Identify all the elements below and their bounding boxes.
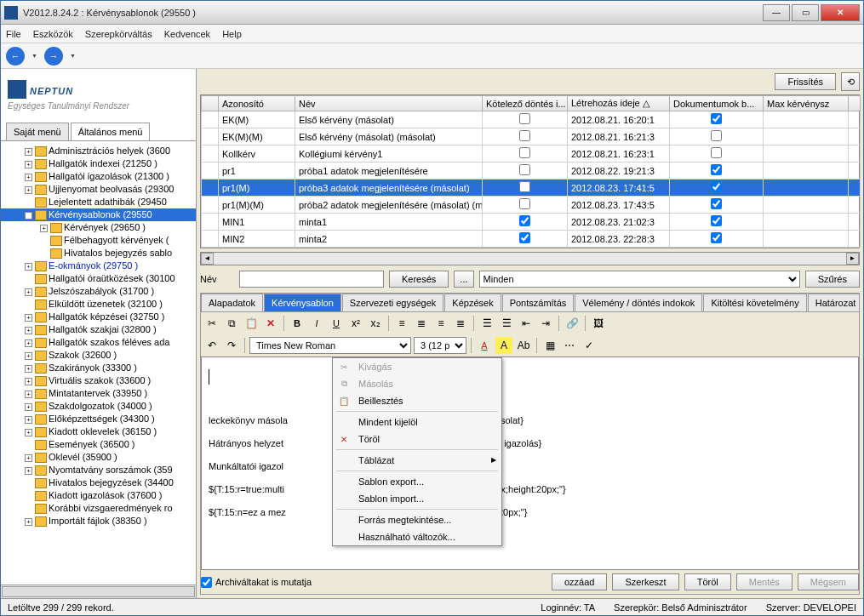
tree-node[interactable]: +Szakirányok (33300 ) (1, 362, 196, 374)
undo-icon[interactable]: ↶ (203, 337, 220, 354)
list-ul-icon[interactable]: ☰ (498, 315, 515, 332)
align-justify-icon[interactable]: ≣ (452, 315, 469, 332)
ctx-import[interactable]: Sablon import... (333, 490, 501, 507)
search-input[interactable] (239, 271, 384, 288)
tab-kepzesek[interactable]: Képzések (444, 294, 501, 311)
table-row[interactable]: MIN2minta22012.08.23. 22:28:3 (202, 231, 861, 248)
bold-icon[interactable]: B (289, 315, 306, 332)
font-name-select[interactable]: Times New Roman (249, 337, 411, 354)
edit-button[interactable]: Szerkeszt (612, 573, 678, 590)
menu-fav[interactable]: Kedvencek (164, 29, 210, 39)
tree-node[interactable]: Események (36500 ) (1, 438, 196, 451)
tree-node[interactable]: +Hallgatók indexei (21250 ) (1, 157, 196, 170)
tab-general-menu[interactable]: Általános menü (71, 123, 151, 140)
paste-icon[interactable]: 📋 (243, 315, 260, 332)
save-button[interactable]: Mentés (736, 573, 792, 590)
tree-node[interactable]: +Szakok (32600 ) (1, 349, 196, 362)
copy-icon[interactable]: ⧉ (223, 315, 240, 332)
scroll-right[interactable]: ► (846, 253, 859, 265)
cancel-button[interactable]: Mégsem (798, 573, 859, 590)
tree-node[interactable]: -Kérvénysablonok (29550 (1, 208, 196, 221)
ctx-export[interactable]: Sablon export... (333, 473, 501, 490)
tab-hatarozat[interactable]: Határozat (808, 294, 859, 311)
list-ol-icon[interactable]: ☰ (478, 315, 495, 332)
nav-back-dd[interactable]: ▼ (31, 53, 37, 59)
font-color-icon[interactable]: A (476, 337, 493, 354)
ctx-table[interactable]: Táblázat▶ (333, 452, 501, 469)
menu-file[interactable]: File (6, 29, 21, 39)
tree-node[interactable]: Hallgatói óraütközések (30100 (1, 272, 196, 285)
table-row[interactable]: pr1(M)próba3 adatok megjelenítésére (más… (202, 180, 861, 197)
tree-node[interactable]: Hivatalos bejegyzés sablo (1, 247, 196, 260)
tree-node[interactable]: +Hallgatói igazolások (21300 ) (1, 170, 196, 183)
html-editor[interactable]: leckekönyv másola __________________ kön… (201, 356, 859, 570)
search-button[interactable]: Keresés (389, 271, 449, 288)
minimize-button[interactable]: — (763, 4, 790, 21)
table-icon[interactable]: ▦ (541, 337, 558, 354)
scroll-left[interactable]: ◄ (201, 253, 214, 265)
close-button[interactable]: ✕ (821, 4, 860, 21)
redo-icon[interactable]: ↷ (223, 337, 240, 354)
table-row[interactable]: pr1próba1 adatok megjelenítésére2012.08.… (202, 163, 861, 180)
tree-node[interactable]: +Jelszószabályok (31700 ) (1, 285, 196, 298)
tree-node[interactable]: +Virtuális szakok (33600 ) (1, 374, 196, 387)
ctx-paste[interactable]: 📋Beillesztés (333, 392, 501, 409)
table-row[interactable]: EK(M)(M)Első kérvény (másolat) (másolat)… (202, 128, 861, 145)
table-row[interactable]: KollkérvKollégiumi kérvény12012.08.21. 1… (202, 145, 861, 163)
tab-own-menu[interactable]: Saját menü (6, 123, 69, 140)
ctx-source[interactable]: Forrás megtekintése... (333, 511, 501, 528)
menu-help[interactable]: Help (222, 29, 242, 39)
indent-icon[interactable]: ⇥ (537, 315, 554, 332)
tree-hscroll[interactable] (1, 585, 196, 598)
sub-icon[interactable]: x₂ (367, 315, 384, 332)
archived-checkbox[interactable]: Archiváltakat is mutatja (201, 577, 312, 588)
clear-format-icon[interactable]: Ab (515, 337, 532, 354)
search-scope-select[interactable]: Minden (479, 271, 800, 288)
tree-node[interactable]: +E-okmányok (29750 ) (1, 260, 196, 272)
underline-icon[interactable]: U (328, 315, 345, 332)
font-size-select[interactable]: 3 (12 pt) (414, 337, 466, 354)
tree-node[interactable]: Korábbi vizsgaeredmények ro (1, 502, 196, 515)
tree-node[interactable]: +Hallgatók képzései (32750 ) (1, 311, 196, 323)
sup-icon[interactable]: x² (347, 315, 364, 332)
ctx-cut[interactable]: ✂Kivágás (333, 358, 501, 375)
tree-node[interactable]: +Adminisztrációs helyek (3600 (1, 145, 196, 157)
nav-tree[interactable]: +Adminisztrációs helyek (3600+Hallgatók … (1, 140, 196, 585)
tree-node[interactable]: +Oklevél (35900 ) (1, 451, 196, 464)
tree-node[interactable]: +Nyomtatvány sorszámok (359 (1, 464, 196, 476)
image-icon[interactable]: 🖼 (590, 315, 607, 332)
highlight-icon[interactable]: A (495, 337, 512, 354)
delete-icon[interactable]: ✕ (262, 315, 279, 332)
tab-kitoltesi[interactable]: Kitöltési követelmény (703, 294, 806, 311)
tree-node[interactable]: Félbehagyott kérvények ( (1, 234, 196, 247)
nav-forward-button[interactable]: → (44, 47, 63, 66)
tab-pontszamitas[interactable]: Pontszámítás (502, 294, 575, 311)
grid-hscroll[interactable]: ◄ ► (200, 252, 860, 265)
align-right-icon[interactable]: ≡ (432, 315, 449, 332)
tree-node[interactable]: +Kiadott oklevelek (36150 ) (1, 425, 196, 438)
special-icon[interactable]: ⋯ (561, 337, 578, 354)
search-more-button[interactable]: ... (454, 271, 473, 288)
tree-node[interactable]: +Ujjlenyomat beolvasás (29300 (1, 183, 196, 196)
delete-button[interactable]: Töröl (684, 573, 731, 590)
italic-icon[interactable]: I (308, 315, 325, 332)
menu-tools[interactable]: Eszközök (33, 29, 73, 39)
tree-node[interactable]: Elküldött üzenetek (32100 ) (1, 298, 196, 311)
table-row[interactable]: MIN1minta12012.08.23. 21:02:3 (202, 214, 861, 231)
pin-button[interactable]: ⟲ (841, 72, 860, 91)
refresh-button[interactable]: Frissítés (775, 73, 836, 90)
spell-icon[interactable]: ✓ (581, 337, 598, 354)
tree-node[interactable]: +Mintatantervek (33950 ) (1, 387, 196, 400)
link-icon[interactable]: 🔗 (564, 315, 581, 332)
tree-node[interactable]: +Kérvények (29650 ) (1, 221, 196, 234)
tab-velemeny[interactable]: Vélemény / döntés indokok (575, 294, 702, 311)
ctx-vars[interactable]: Használható változók... (333, 528, 501, 545)
ctx-delete[interactable]: ✕Töröl (333, 431, 501, 448)
ctx-selectall[interactable]: Mindent kijelöl (333, 414, 501, 431)
table-row[interactable]: EK(M)Első kérvény (másolat)2012.08.21. 1… (202, 111, 861, 128)
tree-node[interactable]: +Hallgatók szakos féléves ada (1, 336, 196, 349)
menu-role[interactable]: Szerepkörváltás (85, 29, 152, 39)
outdent-icon[interactable]: ⇤ (518, 315, 535, 332)
tree-node[interactable]: Hivatalos bejegyzések (34400 (1, 476, 196, 489)
tree-node[interactable]: +Importált fájlok (38350 ) (1, 515, 196, 528)
